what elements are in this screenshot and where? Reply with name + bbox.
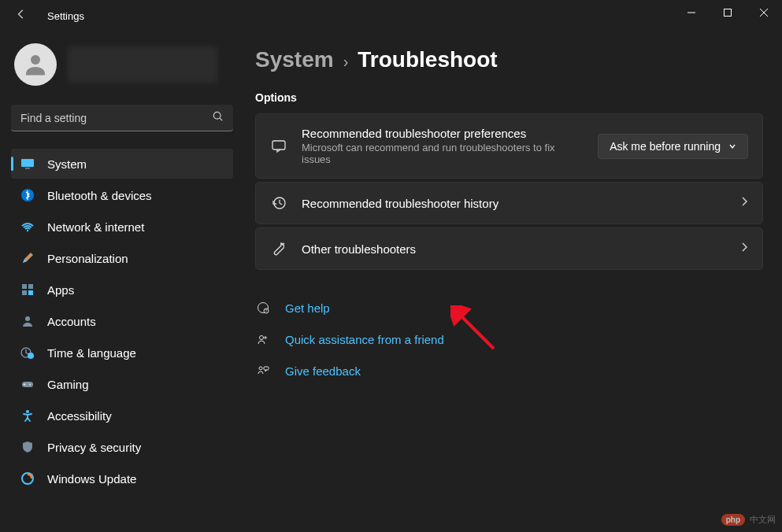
close-button[interactable] bbox=[746, 0, 782, 25]
paintbrush-icon bbox=[20, 251, 35, 265]
sidebar-item-label: Apps bbox=[47, 283, 74, 297]
history-icon bbox=[270, 195, 287, 211]
breadcrumb: System › Troubleshoot bbox=[255, 47, 763, 72]
svg-point-20 bbox=[26, 410, 29, 413]
dropdown-value: Ask me before running bbox=[610, 140, 721, 153]
card-title: Other troubleshooters bbox=[302, 242, 726, 256]
quick-assist-link[interactable]: Quick assistance from a friend bbox=[285, 333, 444, 346]
chevron-down-icon bbox=[728, 140, 736, 153]
wifi-icon bbox=[20, 220, 35, 234]
link-row-feedback: Give feedback bbox=[255, 355, 763, 386]
breadcrumb-current: Troubleshoot bbox=[358, 47, 497, 72]
window-controls bbox=[673, 0, 782, 25]
svg-rect-8 bbox=[25, 168, 30, 169]
chevron-right-icon: › bbox=[343, 53, 349, 71]
sidebar-item-label: Bluetooth & devices bbox=[47, 189, 152, 202]
quick-assist-icon bbox=[255, 333, 271, 345]
preferences-dropdown[interactable]: Ask me before running bbox=[598, 134, 748, 159]
svg-rect-29 bbox=[264, 367, 269, 370]
profile-section[interactable] bbox=[11, 43, 233, 86]
update-icon bbox=[20, 471, 35, 486]
svg-rect-7 bbox=[21, 159, 34, 167]
sidebar: System Bluetooth & devices Network & int… bbox=[0, 31, 244, 532]
main-content: System › Troubleshoot Options Recommende… bbox=[244, 31, 782, 532]
svg-line-6 bbox=[220, 118, 222, 120]
give-feedback-link[interactable]: Give feedback bbox=[285, 364, 361, 378]
sidebar-item-label: Accessibility bbox=[47, 409, 112, 423]
svg-point-5 bbox=[213, 112, 221, 119]
card-subtitle: Microsoft can recommend and run troubles… bbox=[302, 142, 584, 165]
sidebar-item-privacy[interactable]: Privacy & security bbox=[11, 432, 233, 462]
sidebar-item-label: Personalization bbox=[47, 252, 128, 265]
apps-icon bbox=[20, 283, 35, 297]
help-links: ? Get help Quick assistance from a frien… bbox=[255, 292, 763, 386]
link-row-quick-assist: Quick assistance from a friend bbox=[255, 323, 763, 355]
sidebar-item-bluetooth[interactable]: Bluetooth & devices bbox=[11, 180, 233, 210]
svg-rect-11 bbox=[22, 284, 27, 289]
sidebar-item-label: System bbox=[47, 157, 87, 171]
maximize-button[interactable] bbox=[710, 0, 746, 25]
feedback-icon bbox=[255, 364, 271, 377]
sidebar-item-accounts[interactable]: Accounts bbox=[11, 306, 233, 336]
sidebar-item-apps[interactable]: Apps bbox=[11, 275, 233, 305]
clock-globe-icon bbox=[20, 345, 35, 360]
svg-rect-14 bbox=[28, 290, 33, 295]
svg-rect-12 bbox=[28, 284, 33, 289]
titlebar: Settings bbox=[0, 0, 782, 31]
minimize-button[interactable] bbox=[673, 0, 710, 25]
profile-info bbox=[68, 46, 217, 83]
svg-rect-22 bbox=[272, 141, 285, 150]
sidebar-item-windows-update[interactable]: Windows Update bbox=[11, 464, 233, 493]
svg-rect-13 bbox=[22, 290, 27, 295]
section-title: Options bbox=[255, 91, 763, 104]
search-icon bbox=[213, 111, 224, 125]
chat-icon bbox=[270, 139, 287, 154]
breadcrumb-parent[interactable]: System bbox=[255, 47, 334, 72]
sidebar-item-accessibility[interactable]: Accessibility bbox=[11, 401, 233, 430]
bluetooth-icon bbox=[20, 188, 35, 202]
svg-point-17 bbox=[28, 353, 34, 359]
card-other-troubleshooters[interactable]: Other troubleshooters bbox=[255, 227, 763, 270]
svg-point-4 bbox=[31, 55, 40, 65]
svg-point-28 bbox=[259, 367, 262, 370]
shield-icon bbox=[20, 440, 35, 454]
wrench-icon bbox=[270, 241, 287, 257]
help-icon: ? bbox=[255, 301, 271, 314]
svg-text:?: ? bbox=[265, 308, 268, 313]
watermark-logo: php bbox=[721, 514, 745, 526]
nav-list: System Bluetooth & devices Network & int… bbox=[11, 149, 233, 493]
svg-rect-1 bbox=[725, 9, 732, 17]
chevron-right-icon bbox=[740, 242, 748, 256]
sidebar-item-gaming[interactable]: Gaming bbox=[11, 369, 233, 399]
sidebar-item-system[interactable]: System bbox=[11, 149, 233, 179]
accounts-icon bbox=[20, 314, 35, 328]
sidebar-item-label: Network & internet bbox=[47, 220, 144, 234]
card-title: Recommended troubleshooter history bbox=[302, 197, 726, 210]
avatar bbox=[14, 43, 57, 86]
sidebar-item-network[interactable]: Network & internet bbox=[11, 212, 233, 242]
sidebar-item-label: Accounts bbox=[47, 315, 96, 328]
watermark-text: 中文网 bbox=[750, 514, 776, 526]
window-title: Settings bbox=[47, 10, 84, 22]
sidebar-item-label: Windows Update bbox=[47, 472, 136, 486]
accessibility-icon bbox=[20, 408, 35, 423]
card-title: Recommended troubleshooter preferences bbox=[302, 127, 584, 140]
chevron-right-icon bbox=[740, 196, 748, 210]
card-recommended-preferences[interactable]: Recommended troubleshooter preferences M… bbox=[255, 113, 763, 179]
sidebar-item-time-language[interactable]: Time & language bbox=[11, 338, 233, 368]
sidebar-item-label: Gaming bbox=[47, 378, 89, 391]
link-row-help: ? Get help bbox=[255, 292, 763, 323]
svg-point-27 bbox=[260, 336, 264, 340]
watermark: php 中文网 bbox=[721, 514, 776, 526]
card-history[interactable]: Recommended troubleshooter history bbox=[255, 182, 763, 224]
sidebar-item-label: Privacy & security bbox=[47, 441, 141, 454]
search-box[interactable] bbox=[11, 105, 233, 131]
get-help-link[interactable]: Get help bbox=[285, 301, 330, 315]
search-input[interactable] bbox=[20, 112, 213, 124]
sidebar-item-label: Time & language bbox=[47, 346, 136, 360]
svg-point-19 bbox=[29, 384, 31, 386]
display-icon bbox=[20, 157, 35, 171]
sidebar-item-personalization[interactable]: Personalization bbox=[11, 243, 233, 273]
back-button[interactable] bbox=[16, 9, 32, 23]
gamepad-icon bbox=[20, 377, 35, 391]
